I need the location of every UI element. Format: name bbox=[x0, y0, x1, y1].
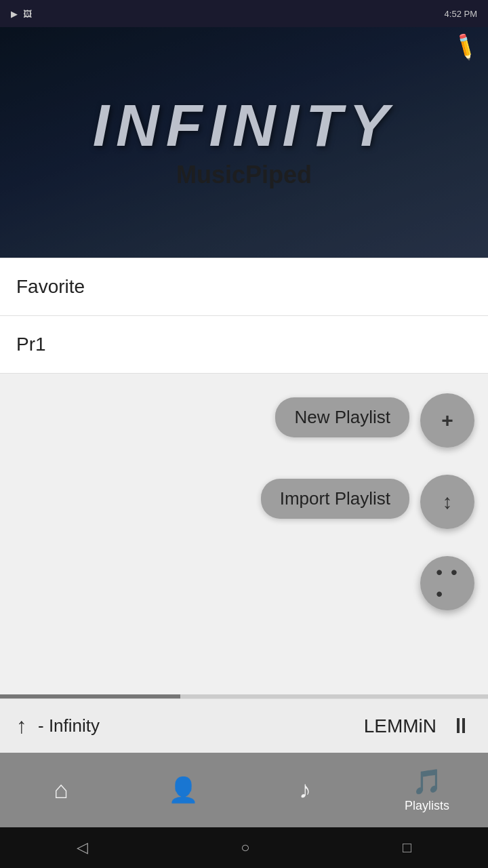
recents-button[interactable]: □ bbox=[403, 839, 411, 856]
time-display: 4:52 PM bbox=[445, 9, 477, 19]
import-playlist-button[interactable]: ↕ bbox=[420, 475, 474, 529]
back-button[interactable]: ◁ bbox=[77, 839, 88, 856]
import-icon: ↕ bbox=[443, 490, 453, 513]
now-playing-artist: LEMMiN bbox=[364, 715, 436, 737]
home-icon: ⌂ bbox=[54, 776, 68, 804]
more-dots-icon: • •• bbox=[436, 561, 458, 605]
nav-home[interactable]: ⌂ bbox=[27, 776, 95, 804]
playlist-item-favorite[interactable]: Favorite bbox=[0, 258, 488, 316]
pause-button[interactable]: ⏸ bbox=[450, 713, 472, 738]
fab-main-button[interactable]: • •• bbox=[420, 556, 474, 610]
bottom-nav: ⌂ 👤 ♪ 🎵 Playlists bbox=[0, 753, 488, 827]
profile-icon: 👤 bbox=[168, 776, 199, 804]
now-playing-title: - Infinity bbox=[38, 715, 100, 736]
import-playlist-label[interactable]: Import Playlist bbox=[261, 479, 409, 519]
progress-bar-container[interactable] bbox=[0, 694, 488, 698]
notification-icon: 🖼 bbox=[23, 9, 32, 19]
nav-playlists[interactable]: 🎵 Playlists bbox=[393, 768, 461, 813]
system-nav: ◁ ○ □ bbox=[0, 827, 488, 868]
hero-subtitle: MusicPiped bbox=[176, 161, 312, 189]
now-playing-right: LEMMiN ⏸ bbox=[364, 713, 472, 738]
new-playlist-button[interactable]: + bbox=[420, 393, 474, 448]
nav-music[interactable]: ♪ bbox=[271, 776, 339, 804]
playlist-name-pr1: Pr1 bbox=[16, 334, 46, 355]
playlist-section: Favorite Pr1 bbox=[0, 258, 488, 374]
new-playlist-label[interactable]: New Playlist bbox=[275, 397, 409, 437]
now-playing-bar[interactable]: ↑ - Infinity LEMMiN ⏸ bbox=[0, 698, 488, 753]
playlists-label: Playlists bbox=[405, 799, 449, 813]
playlists-icon: 🎵 bbox=[412, 768, 443, 796]
status-bar-left: ▶ 🖼 bbox=[11, 9, 32, 19]
hero-title: INFINITY bbox=[93, 96, 396, 155]
progress-bar-fill bbox=[0, 694, 180, 698]
playlist-name-favorite: Favorite bbox=[16, 276, 85, 297]
plus-icon: + bbox=[441, 409, 453, 432]
music-icon: ♪ bbox=[299, 776, 311, 804]
play-icon: ▶ bbox=[11, 9, 18, 19]
now-playing-left: ↑ - Infinity bbox=[16, 713, 100, 738]
status-bar-right: 4:52 PM bbox=[445, 9, 477, 19]
playlist-item-pr1[interactable]: Pr1 bbox=[0, 316, 488, 374]
status-bar: ▶ 🖼 4:52 PM bbox=[0, 0, 488, 27]
expand-icon[interactable]: ↑ bbox=[16, 713, 27, 738]
nav-profile[interactable]: 👤 bbox=[149, 776, 217, 804]
hero-section: INFINITY MusicPiped ✏️ bbox=[0, 27, 488, 258]
home-button[interactable]: ○ bbox=[241, 839, 249, 856]
